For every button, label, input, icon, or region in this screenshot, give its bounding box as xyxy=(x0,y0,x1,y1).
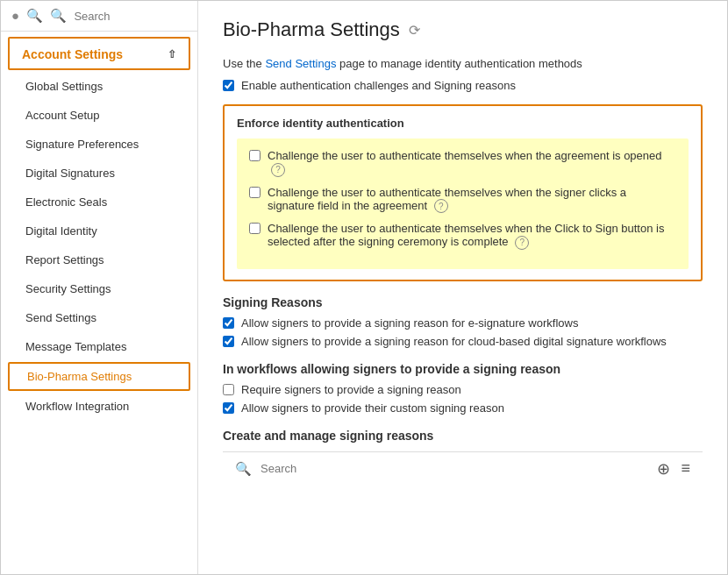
search-input[interactable] xyxy=(74,10,187,23)
workflow-text-2: Allow signers to provide their custom si… xyxy=(241,401,504,415)
workflow-row-2: Allow signers to provide their custom si… xyxy=(223,401,703,415)
sidebar-item-global-settings[interactable]: Global Settings xyxy=(1,72,197,101)
enable-auth-row: Enable authentication challenges and Sig… xyxy=(223,79,703,92)
sidebar-item-signature-preferences[interactable]: Signature Preferences xyxy=(1,130,197,159)
sidebar-item-digital-identity[interactable]: Digital Identity xyxy=(1,217,197,245)
create-manage-title: Create and manage signing reasons xyxy=(223,429,703,443)
sidebar-item-digital-signatures[interactable]: Digital Signatures xyxy=(1,159,197,188)
help-icon-1[interactable]: ? xyxy=(271,163,285,177)
challenge-checkbox-1[interactable] xyxy=(249,150,261,161)
workflow-checkbox-1[interactable] xyxy=(223,384,234,395)
challenge-text-2: Challenge the user to authenticate thems… xyxy=(268,186,676,214)
signing-reason-checkbox-2[interactable] xyxy=(223,336,234,347)
refresh-icon[interactable]: ⟳ xyxy=(409,22,420,39)
sidebar-item-security-settings[interactable]: Security Settings xyxy=(1,274,197,303)
search-icon-sym: 🔍 xyxy=(50,8,67,24)
sidebar-item-workflow-integration[interactable]: Workflow Integration xyxy=(1,392,197,421)
sidebar-nav-list: Global Settings Account Setup Signature … xyxy=(1,72,197,421)
signing-reason-row-2: Allow signers to provide a signing reaso… xyxy=(223,335,703,348)
challenge-row-2: Challenge the user to authenticate thems… xyxy=(249,186,676,214)
challenge-row-3: Challenge the user to authenticate thems… xyxy=(249,222,676,250)
action-icons: ⊕ ≡ xyxy=(657,459,690,479)
challenge-checkbox-2[interactable] xyxy=(249,187,261,198)
enforce-identity-box: Enforce identity authentication Challeng… xyxy=(223,104,703,281)
signing-reasons-title: Signing Reasons xyxy=(223,295,703,309)
challenge-text-1: Challenge the user to authenticate thems… xyxy=(268,149,676,177)
sidebar-item-account-setup[interactable]: Account Setup xyxy=(1,101,197,130)
chevron-up-icon: ⇧ xyxy=(168,48,176,60)
bottom-search-input[interactable] xyxy=(261,462,648,475)
sidebar-item-bio-pharma-settings[interactable]: Bio-Pharma Settings xyxy=(8,362,190,391)
main-content: Bio-Pharma Settings ⟳ Use the Send Setti… xyxy=(198,1,727,574)
intro-text: Use the Send Settings page to manage ide… xyxy=(223,57,703,70)
signing-reason-row-1: Allow signers to provide a signing reaso… xyxy=(223,316,703,330)
account-settings-header[interactable]: Account Settings ⇧ xyxy=(8,37,190,70)
intro-text-after: page to manage identity authentication m… xyxy=(339,57,582,70)
enable-auth-label: Enable authentication challenges and Sig… xyxy=(241,79,516,92)
page-title-area: Bio-Pharma Settings ⟳ xyxy=(223,18,703,41)
sidebar: ● 🔍 🔍 Account Settings ⇧ Global Settings… xyxy=(1,1,198,574)
help-icon-2[interactable]: ? xyxy=(434,199,448,213)
sidebar-item-electronic-seals[interactable]: Electronic Seals xyxy=(1,188,197,217)
enforce-box-title: Enforce identity authentication xyxy=(237,117,689,130)
bottom-search-bar: 🔍 ⊕ ≡ xyxy=(223,451,703,486)
bottom-search-icon: 🔍 xyxy=(235,461,252,477)
workflow-checkbox-2[interactable] xyxy=(223,402,234,414)
sidebar-search-bar[interactable]: ● 🔍 🔍 xyxy=(1,1,197,32)
page-title: Bio-Pharma Settings xyxy=(223,18,400,41)
signing-reason-text-1: Allow signers to provide a signing reaso… xyxy=(241,316,578,330)
sidebar-item-report-settings[interactable]: Report Settings xyxy=(1,245,197,274)
workflow-row-1: Require signers to provide a signing rea… xyxy=(223,383,703,396)
workflow-text-1: Require signers to provide a signing rea… xyxy=(241,383,461,396)
send-settings-link[interactable]: Send Settings xyxy=(265,57,336,70)
help-icon-3[interactable]: ? xyxy=(515,236,529,250)
search-icon: ● 🔍 xyxy=(11,8,43,24)
sidebar-item-send-settings[interactable]: Send Settings xyxy=(1,303,197,332)
sidebar-item-message-templates[interactable]: Message Templates xyxy=(1,332,197,361)
challenge-row-1: Challenge the user to authenticate thems… xyxy=(249,149,676,177)
challenge-text-3: Challenge the user to authenticate thems… xyxy=(268,222,676,250)
signing-reason-checkbox-1[interactable] xyxy=(223,317,234,329)
in-workflows-title: In workflows allowing signers to provide… xyxy=(223,362,703,376)
intro-text-before: Use the xyxy=(223,57,262,70)
challenge-checkbox-3[interactable] xyxy=(249,223,261,234)
highlight-challenge-box: Challenge the user to authenticate thems… xyxy=(237,138,689,269)
signing-reason-text-2: Allow signers to provide a signing reaso… xyxy=(241,335,667,348)
account-settings-label: Account Settings xyxy=(22,47,123,61)
add-icon[interactable]: ⊕ xyxy=(657,459,670,479)
enable-auth-checkbox[interactable] xyxy=(223,80,234,91)
menu-icon[interactable]: ≡ xyxy=(681,459,690,478)
